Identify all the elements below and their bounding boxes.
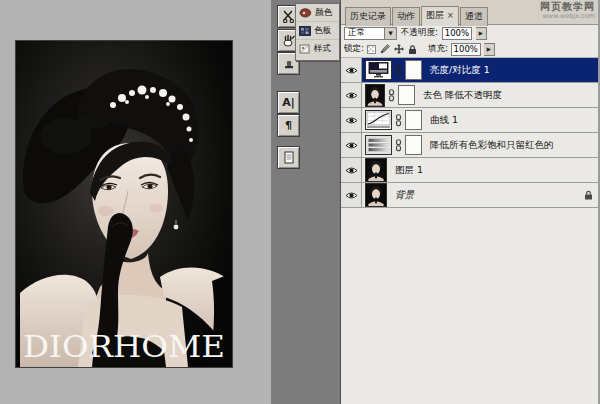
portrait-thumbnail-icon (366, 184, 386, 206)
eye-icon (345, 116, 358, 125)
tab-close-icon[interactable]: × (447, 11, 454, 20)
eye-icon (345, 141, 358, 150)
lock-paint-brush-icon[interactable] (380, 44, 390, 54)
type-tool-icon: A| (282, 97, 295, 108)
tab-layers-label: 图层 (426, 10, 444, 20)
lock-transparency-icon[interactable] (367, 45, 376, 54)
paragraph-tool-button[interactable]: ¶ (277, 114, 300, 137)
eye-icon (345, 166, 358, 175)
layer-mask-thumbnail[interactable] (405, 110, 422, 130)
layer-row-layer1[interactable]: 图层 1 (341, 158, 598, 183)
lock-icon-group (367, 44, 417, 55)
lock-controls: 锁定: 填充: (341, 41, 598, 57)
layer-list: 亮度/对比度 1 (341, 57, 598, 208)
visibility-toggle[interactable] (341, 83, 362, 107)
hue-saturation-thumbnail[interactable] (365, 135, 392, 155)
layers-panel: 历史记录动作图层×通道 网页教学网 www.webjx.com 正常 ▼ 不透明… (340, 0, 600, 404)
layer-thumbnail[interactable] (365, 158, 387, 182)
layer-mask-link-icon[interactable] (395, 114, 402, 127)
opacity-input[interactable]: 100% (442, 27, 472, 40)
watermark-title: 网页教学网 (540, 1, 595, 13)
layer-name[interactable]: 背景 (395, 189, 414, 202)
layer-thumbnail[interactable] (365, 84, 385, 107)
panel-tab-bar: 历史记录动作图层×通道 网页教学网 www.webjx.com (341, 0, 598, 25)
photoshop-window: DIORHOME (0, 0, 600, 404)
workspace-strip: A| ¶ 颜色 (271, 0, 340, 404)
layer-row-brightness-contrast[interactable]: 亮度/对比度 1 (341, 58, 598, 83)
note-page-icon (283, 151, 295, 164)
opacity-label: 不透明度: (401, 27, 438, 39)
layer-name[interactable]: 曲线 1 (430, 114, 458, 127)
palette-tab-swatches[interactable]: 色板 (296, 22, 339, 40)
layer-mask-thumbnail[interactable] (405, 60, 422, 80)
type-tool-button[interactable]: A| (277, 91, 300, 114)
portrait-photo: DIORHOME (16, 41, 232, 367)
notes-tool-button[interactable] (277, 146, 300, 169)
tab-history-label: 历史记录 (350, 11, 386, 21)
fill-label: 填充: (428, 43, 448, 55)
tab-history[interactable]: 历史记录 (345, 7, 391, 26)
fill-input[interactable]: 100% (451, 43, 481, 56)
site-watermark: 网页教学网 www.webjx.com (540, 1, 595, 20)
styles-icon (299, 44, 311, 54)
layer-mask-link-icon[interactable] (388, 89, 395, 102)
layer-row-curves[interactable]: 曲线 1 (341, 108, 598, 133)
portrait-thumbnail-icon (366, 85, 384, 106)
eye-icon (345, 91, 358, 100)
palette-tab-swatches-label: 色板 (314, 25, 331, 37)
layer-name[interactable]: 亮度/对比度 1 (430, 64, 490, 77)
palette-tab-color-label: 颜色 (315, 7, 332, 19)
layer-mask-link-icon[interactable] (395, 64, 402, 77)
brightness-contrast-icon (366, 61, 391, 79)
blend-controls: 正常 ▼ 不透明度: 100% ▶ (341, 25, 598, 41)
brightness-contrast-thumbnail[interactable] (365, 60, 392, 80)
lock-position-move-icon[interactable] (394, 44, 404, 54)
scissors-icon (282, 10, 295, 23)
document-canvas[interactable]: DIORHOME (15, 40, 233, 368)
visibility-toggle[interactable] (341, 158, 362, 182)
opacity-arrow-button[interactable]: ▶ (476, 27, 487, 40)
tab-channels[interactable]: 通道 (460, 7, 488, 26)
docked-palettes: 颜色 色板 样式 (295, 3, 340, 61)
portrait-thumbnail-icon (366, 159, 386, 181)
watermark-url: www.webjx.com (540, 13, 595, 20)
tab-channels-label: 通道 (465, 11, 483, 21)
curves-thumbnail[interactable] (365, 110, 392, 130)
palette-tab-color[interactable]: 颜色 (296, 4, 339, 22)
blend-mode-select[interactable]: 正常 ▼ (344, 27, 397, 40)
fill-arrow-button[interactable]: ▶ (484, 43, 495, 56)
layer-name[interactable]: 图层 1 (395, 164, 423, 177)
visibility-toggle[interactable] (341, 183, 362, 207)
visibility-toggle[interactable] (341, 108, 362, 132)
eye-icon (345, 66, 358, 75)
visibility-toggle[interactable] (341, 58, 362, 82)
layer-mask-thumbnail[interactable] (405, 135, 422, 155)
layer-name[interactable]: 降低所有色彩饱和只留红色的 (430, 139, 554, 152)
palette-tab-styles[interactable]: 样式 (296, 40, 339, 58)
layer-row-background[interactable]: 背景 (341, 183, 598, 208)
layer-row-hue-saturation[interactable]: 降低所有色彩饱和只留红色的 (341, 133, 598, 158)
layer-row-desaturate[interactable]: 去色 降低不透明度 (341, 83, 598, 108)
lock-label: 锁定: (344, 43, 364, 55)
lock-all-icon[interactable] (408, 44, 417, 55)
tab-actions[interactable]: 动作 (392, 7, 420, 26)
chevron-down-icon[interactable]: ▼ (384, 28, 396, 39)
layer-mask-thumbnail[interactable] (398, 85, 415, 105)
palette-icon (299, 8, 312, 18)
layer-thumbnail[interactable] (365, 183, 387, 207)
tab-actions-label: 动作 (397, 11, 415, 21)
paragraph-icon: ¶ (285, 120, 292, 131)
hue-saturation-icon (366, 136, 391, 154)
swatches-icon (299, 26, 311, 36)
visibility-toggle[interactable] (341, 133, 362, 157)
blend-mode-value: 正常 (348, 27, 365, 39)
palette-tab-styles-label: 样式 (314, 43, 331, 55)
hand-pen-icon (282, 34, 295, 47)
layer-name[interactable]: 去色 降低不透明度 (423, 89, 502, 102)
stamp-icon (283, 58, 295, 70)
layer-mask-link-icon[interactable] (395, 139, 402, 152)
tab-layers[interactable]: 图层× (421, 6, 459, 26)
eye-icon (345, 191, 358, 200)
layer-list-empty-space[interactable] (341, 208, 598, 404)
background-lock-icon (584, 190, 593, 201)
